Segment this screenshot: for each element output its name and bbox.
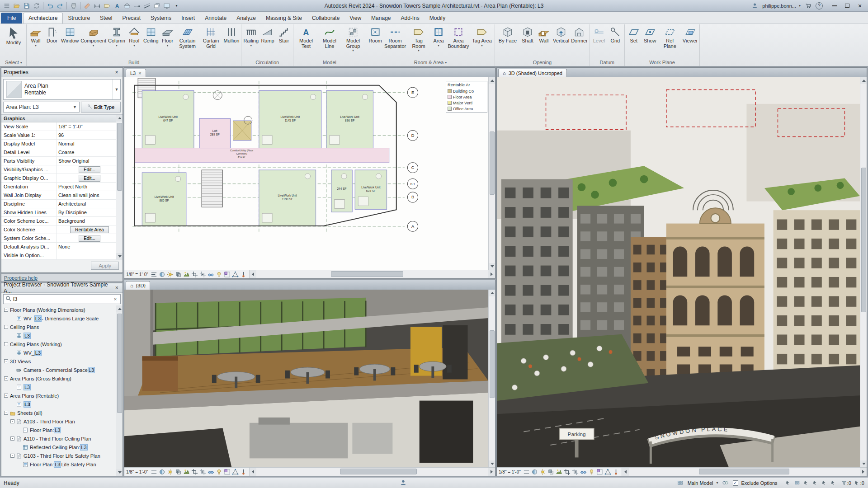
rendering-icon[interactable]	[183, 271, 190, 278]
home-3d-icon[interactable]	[122, 1, 132, 10]
property-edit-button[interactable]: Edit...	[79, 175, 100, 182]
constraints-icon[interactable]	[240, 468, 247, 476]
ribbon-tab-file[interactable]: File	[1, 13, 22, 23]
mullion-button[interactable]: Mullion	[223, 25, 241, 44]
persp-view-tab[interactable]: ⌂ {3D}	[126, 281, 150, 290]
temporary-hide-icon[interactable]	[580, 468, 587, 476]
property-value[interactable]: 1/8" = 1'-0"	[57, 124, 123, 129]
tree-item[interactable]: -A103 - Third Floor Plan	[1, 417, 123, 426]
plan-vscrollbar[interactable]	[488, 77, 495, 270]
view-scale-button[interactable]: 1/8" = 1'-0"	[126, 469, 148, 474]
signed-in-user[interactable]: philippe.bonn...	[762, 3, 796, 9]
tree-scrollbar[interactable]	[116, 305, 123, 476]
floor-button[interactable]: Floor▾	[160, 25, 176, 47]
model-group-button[interactable]: Model Group▾	[341, 25, 365, 52]
tree-item[interactable]: -Area Plans (Rentable)	[1, 391, 123, 400]
dropdown-arrow-icon[interactable]: ▾	[418, 49, 420, 52]
ribbon-tab-analyze[interactable]: Analyze	[231, 13, 261, 23]
detail-level-icon[interactable]	[150, 271, 158, 278]
tree-item[interactable]: -G103 - Third Floor Life Safety Plan	[1, 451, 123, 460]
property-value[interactable]: Project North	[57, 184, 123, 189]
close-button[interactable]: ×	[854, 1, 866, 10]
ribbon-tab-annotate[interactable]: Annotate	[200, 13, 231, 23]
area-button[interactable]: Area▾	[430, 25, 447, 47]
door-button[interactable]: Door	[44, 25, 60, 44]
show-crop-icon[interactable]	[199, 271, 207, 278]
ribbon-tab-structure[interactable]: Structure	[63, 13, 95, 23]
shaded-vscrollbar[interactable]	[860, 77, 867, 467]
sun-path-icon[interactable]	[539, 468, 547, 476]
tree-item[interactable]: Reflected Ceiling Plan: L3	[1, 443, 123, 451]
dormer-button[interactable]: Dormer	[570, 25, 589, 44]
temporary-view-properties-icon[interactable]	[223, 468, 231, 476]
viewer-button[interactable]: Viewer	[682, 25, 698, 44]
dropdown-arrow-icon[interactable]: ▾	[35, 44, 37, 47]
panel-label[interactable]: Build	[28, 59, 240, 66]
shaded-hscrollbar[interactable]	[622, 468, 867, 476]
property-value[interactable]: Edit...	[57, 235, 123, 242]
level-button[interactable]: Level	[591, 25, 607, 44]
panel-label[interactable]: Select▾	[2, 59, 25, 66]
property-edit-button[interactable]: Edit...	[79, 235, 100, 242]
ribbon-tab-add-ins[interactable]: Add-Ins	[396, 13, 424, 23]
thin-lines-icon[interactable]	[142, 1, 151, 10]
dropdown-arrow-icon[interactable]: ▾	[116, 44, 118, 47]
collapse-icon[interactable]: -	[4, 325, 8, 329]
ribbon-tab-view[interactable]: View	[344, 13, 366, 23]
visual-style-icon[interactable]	[158, 271, 166, 278]
ribbon-tab-collaborate[interactable]: Collaborate	[307, 13, 344, 23]
apply-button[interactable]: Apply	[91, 262, 119, 270]
sun-path-icon[interactable]	[166, 271, 174, 278]
undo-icon[interactable]	[45, 1, 55, 10]
switch-windows-icon[interactable]	[152, 1, 161, 10]
rendering-icon[interactable]	[183, 468, 190, 476]
dropdown-arrow-icon[interactable]: ▾	[481, 44, 483, 47]
temporary-hide-icon[interactable]	[207, 468, 215, 476]
close-project-browser-icon[interactable]: ×	[113, 285, 120, 291]
tree-item[interactable]: Camera - Commercial Space L3	[1, 366, 123, 374]
reveal-hidden-icon[interactable]	[215, 271, 223, 278]
save-icon[interactable]	[22, 1, 31, 10]
user-interface-icon[interactable]	[162, 1, 171, 10]
selection-count[interactable]: :0	[854, 480, 864, 486]
scroll-down-icon[interactable]	[116, 253, 123, 260]
reveal-hidden-icon[interactable]	[588, 468, 595, 476]
constraints-icon[interactable]	[240, 271, 247, 278]
view-scale-button[interactable]: 1/8" = 1'-0"	[499, 469, 521, 474]
text-icon[interactable]: A	[112, 1, 122, 10]
tree-item[interactable]: L3	[1, 400, 123, 408]
show-button[interactable]: Show	[642, 25, 658, 44]
dropdown-arrow-icon[interactable]: ▾	[438, 44, 439, 47]
cart-icon[interactable]	[803, 1, 813, 10]
property-value[interactable]: Normal	[57, 141, 123, 146]
curtain-grid-button[interactable]: Curtain Grid	[199, 25, 223, 49]
tree-item[interactable]: -Ceiling Plans	[1, 323, 123, 331]
property-value[interactable]: Background	[57, 218, 123, 224]
property-value[interactable]: Coarse	[57, 150, 123, 155]
panel-label[interactable]: Room & Area▾	[367, 59, 494, 66]
shaded-view-tab[interactable]: ⌂ 3D (Shaded) Uncropped	[498, 69, 567, 77]
persp-canvas[interactable]	[124, 290, 488, 467]
collapse-icon[interactable]: -	[4, 394, 8, 398]
tag-room-button[interactable]: Tag Room▾	[407, 25, 430, 52]
wall-button[interactable]: Wall▾	[28, 25, 44, 47]
ribbon-tab-architecture[interactable]: Architecture	[23, 13, 63, 23]
persp-hscrollbar[interactable]	[249, 468, 495, 476]
wall-button[interactable]: Wall	[536, 25, 552, 44]
scroll-up-icon[interactable]	[116, 115, 123, 122]
select-links-icon[interactable]	[811, 479, 820, 487]
tag-icon[interactable]	[102, 1, 112, 10]
ceiling-button[interactable]: Ceiling	[142, 25, 160, 44]
tree-item[interactable]: -3D Views	[1, 357, 123, 366]
shadows-icon[interactable]	[547, 468, 555, 476]
dropdown-arrow-icon[interactable]: ▾	[93, 44, 94, 47]
type-selector[interactable]: Area Plan Rentable ▼	[3, 79, 121, 100]
grid-button[interactable]: Grid	[607, 25, 623, 44]
exclude-options-checkbox[interactable]: ✓	[733, 480, 738, 486]
temporary-view-properties-icon[interactable]	[223, 271, 231, 278]
tree-item[interactable]: -Ceiling Plans (Working)	[1, 340, 123, 348]
property-value[interactable]: None	[57, 244, 123, 249]
redo-icon[interactable]	[55, 1, 65, 10]
window-button[interactable]: Window	[60, 25, 80, 44]
ref-plane-button[interactable]: Ref Plane	[658, 25, 682, 49]
